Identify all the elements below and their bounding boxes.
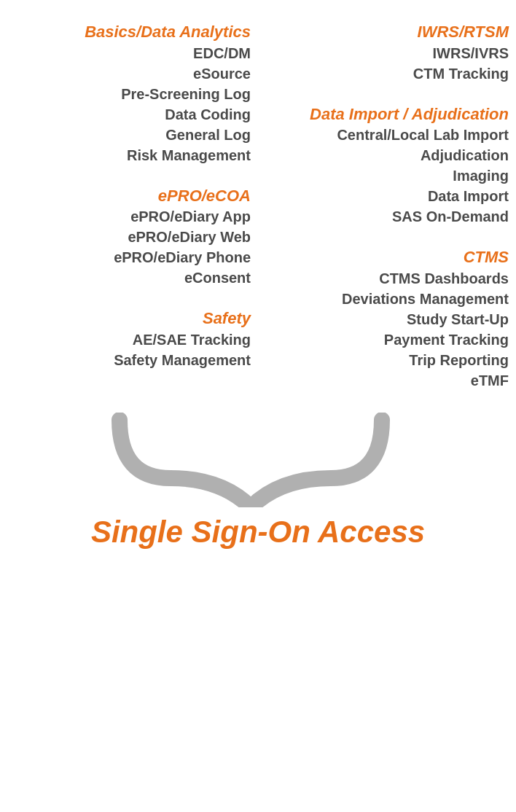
ctms-header: CTMS — [464, 248, 509, 266]
item-central-lab: Central/Local Lab Import — [265, 125, 509, 145]
section-basics: Basics/Data Analytics EDC/DM eSource Pre… — [7, 22, 251, 165]
item-iwrs-ivrs: IWRS/IVRS — [265, 43, 509, 63]
item-ctm-tracking: CTM Tracking — [265, 63, 509, 84]
item-adjudication: Adjudication — [265, 145, 509, 165]
item-generallog: General Log — [7, 125, 251, 145]
item-prescreening: Pre-Screening Log — [7, 84, 251, 104]
section-dataimport: Data Import / Adjudication Central/Local… — [265, 104, 509, 227]
item-payment-tracking: Payment Tracking — [265, 329, 509, 350]
item-epro-phone: ePRO/eDiary Phone — [7, 247, 251, 268]
page-container: Basics/Data Analytics EDC/DM eSource Pre… — [0, 0, 516, 812]
safety-header: Safety — [203, 309, 251, 327]
sso-section: Single Sign-On Access — [0, 515, 516, 571]
sso-label: Single Sign-On Access — [91, 515, 425, 549]
item-study-startup: Study Start-Up — [265, 309, 509, 329]
item-imaging: Imaging — [265, 165, 509, 186]
item-ae-sae: AE/SAE Tracking — [7, 329, 251, 350]
section-safety: Safety AE/SAE Tracking Safety Management — [7, 308, 251, 370]
section-iwrs: IWRS/RTSM IWRS/IVRS CTM Tracking — [265, 22, 509, 84]
item-epro-web: ePRO/eDiary Web — [7, 227, 251, 247]
main-content: Basics/Data Analytics EDC/DM eSource Pre… — [0, 0, 516, 391]
right-column: IWRS/RTSM IWRS/IVRS CTM Tracking Data Im… — [258, 22, 509, 391]
item-riskmanagement: Risk Management — [7, 145, 251, 165]
item-sas-ondemand: SAS On-Demand — [265, 206, 509, 227]
item-esource: eSource — [7, 63, 251, 84]
item-edc-dm: EDC/DM — [7, 43, 251, 63]
brace-icon — [105, 413, 411, 507]
epro-header: ePRO/eCOA — [158, 187, 251, 205]
iwrs-header: IWRS/RTSM — [418, 23, 509, 41]
item-deviations-mgmt: Deviations Management — [265, 289, 509, 309]
item-epro-app: ePRO/eDiary App — [7, 206, 251, 227]
item-data-import: Data Import — [265, 186, 509, 206]
item-ctms-dashboards: CTMS Dashboards — [265, 268, 509, 289]
brace-container — [0, 413, 516, 507]
basics-header: Basics/Data Analytics — [85, 23, 251, 41]
section-ctms: CTMS CTMS Dashboards Deviations Manageme… — [265, 247, 509, 391]
item-econsent: eConsent — [7, 268, 251, 288]
item-datacoding: Data Coding — [7, 104, 251, 125]
item-safety-mgmt: Safety Management — [7, 350, 251, 370]
left-column: Basics/Data Analytics EDC/DM eSource Pre… — [7, 22, 258, 391]
item-etmf: eTMF — [265, 370, 509, 391]
item-trip-reporting: Trip Reporting — [265, 350, 509, 370]
dataimport-header: Data Import / Adjudication — [310, 105, 509, 123]
section-epro: ePRO/eCOA ePRO/eDiary App ePRO/eDiary We… — [7, 186, 251, 289]
